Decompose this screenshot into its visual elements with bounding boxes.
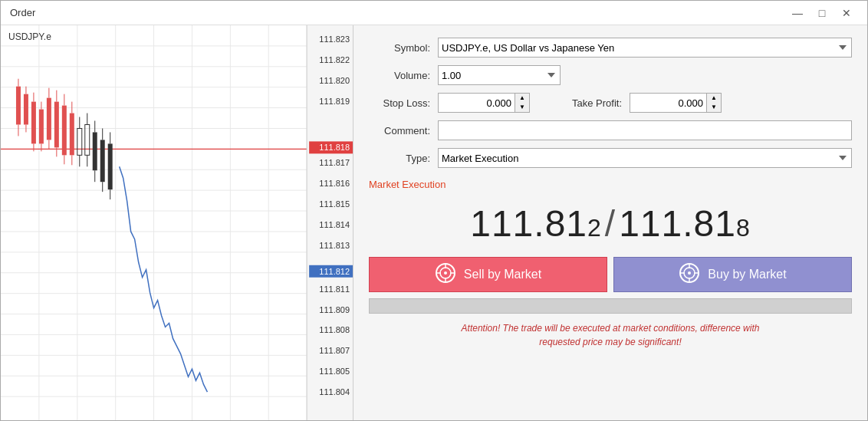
comment-input-container: [438, 120, 852, 140]
attention-italic1: The trade will be executed at market con…: [503, 323, 760, 334]
chart-area: USDJPY.e: [1, 25, 353, 420]
maximize-button[interactable]: □: [810, 5, 833, 21]
sell-button-label: Sell by Market: [464, 268, 541, 281]
svg-rect-34: [31, 102, 36, 144]
svg-rect-43: [54, 102, 59, 148]
stop-loss-spinner-buttons: ▲ ▼: [515, 93, 530, 113]
stop-loss-label: Stop Loss:: [369, 97, 438, 109]
take-profit-spinner: ▲ ▼: [630, 93, 722, 113]
svg-text:111.812: 111.812: [319, 267, 350, 276]
right-panel: Symbol: USDJPY.e, US Dollar vs Japanese …: [353, 25, 867, 420]
take-profit-down-button[interactable]: ▼: [707, 103, 721, 112]
comment-row: Comment:: [369, 120, 852, 140]
main-content: USDJPY.e: [1, 25, 867, 420]
symbol-select-container: USDJPY.e, US Dollar vs Japanese Yen: [438, 38, 852, 58]
stop-take-row: Stop Loss: ▲ ▼ Take Profit: ▲ ▼: [369, 93, 852, 113]
svg-text:111.809: 111.809: [319, 305, 350, 314]
svg-rect-40: [47, 98, 51, 140]
symbol-label: Symbol:: [369, 42, 438, 54]
svg-text:111.819: 111.819: [319, 97, 350, 106]
svg-text:111.808: 111.808: [319, 325, 350, 334]
buy-button-label: Buy by Market: [708, 268, 786, 281]
close-button[interactable]: ✕: [835, 5, 858, 21]
price-separator: /: [605, 202, 616, 245]
svg-rect-37: [39, 110, 44, 144]
ask-price-small: 8: [736, 214, 751, 242]
chart-symbol-label: USDJPY.e: [8, 31, 51, 42]
svg-rect-31: [24, 94, 28, 125]
volume-label: Volume:: [369, 70, 438, 81]
window-controls: — □ ✕: [786, 5, 858, 21]
stop-loss-spinner: ▲ ▼: [438, 93, 530, 113]
svg-text:111.817: 111.817: [319, 158, 350, 167]
svg-text:111.822: 111.822: [319, 55, 350, 64]
attention-text: Attention! The trade will be executed at…: [369, 321, 852, 349]
trade-buttons: Sell by Market Buy: [369, 257, 852, 292]
sell-target-icon: [435, 262, 456, 287]
minimize-button[interactable]: —: [786, 5, 809, 21]
svg-rect-58: [93, 132, 97, 170]
volume-row: Volume: 1.00: [369, 65, 852, 85]
title-bar: Order — □ ✕: [1, 1, 867, 25]
svg-rect-28: [16, 87, 21, 125]
type-row: Type: Market Execution: [369, 148, 852, 168]
svg-text:111.816: 111.816: [319, 179, 350, 188]
svg-text:111.804: 111.804: [319, 387, 350, 396]
chart-svg: 111.823 111.822 111.820 111.819 111.818 …: [1, 25, 353, 420]
svg-text:111.815: 111.815: [319, 199, 350, 209]
order-window: Order — □ ✕ USDJPY.e: [0, 0, 868, 421]
stop-loss-input[interactable]: [438, 93, 515, 113]
take-profit-input[interactable]: [630, 93, 706, 113]
symbol-row: Symbol: USDJPY.e, US Dollar vs Japanese …: [369, 38, 852, 58]
stop-loss-up-button[interactable]: ▲: [515, 94, 529, 103]
bid-price-main: 111.81: [470, 203, 587, 244]
sell-by-market-button[interactable]: Sell by Market: [369, 257, 607, 292]
market-execution-label: Market Execution: [369, 179, 852, 190]
price-display: 111.812 / 111.818: [369, 202, 852, 245]
svg-text:111.818: 111.818: [319, 143, 350, 152]
svg-text:111.811: 111.811: [319, 285, 350, 294]
svg-point-97: [688, 271, 691, 275]
svg-text:111.807: 111.807: [319, 346, 350, 355]
ask-price-main: 111.81: [619, 203, 736, 244]
svg-rect-61: [100, 140, 105, 182]
comment-input[interactable]: [438, 120, 852, 140]
buy-by-market-button[interactable]: Buy by Market: [613, 257, 852, 292]
attention-line1: Attention! The trade will be executed at…: [462, 323, 760, 334]
bid-price-small: 2: [587, 214, 602, 242]
type-select-container: Market Execution: [438, 148, 852, 168]
progress-bar: [369, 298, 852, 314]
svg-point-90: [444, 271, 447, 275]
type-select[interactable]: Market Execution: [438, 148, 852, 168]
svg-rect-64: [108, 143, 113, 189]
volume-select[interactable]: 1.00: [438, 65, 561, 85]
symbol-select[interactable]: USDJPY.e, US Dollar vs Japanese Yen: [438, 38, 852, 58]
svg-text:111.823: 111.823: [319, 35, 350, 44]
bid-price: 111.812: [470, 202, 602, 245]
type-label: Type:: [369, 153, 438, 164]
buy-target-icon: [679, 262, 700, 287]
comment-label: Comment:: [369, 125, 438, 136]
take-profit-label: Take Profit:: [545, 97, 630, 109]
stop-loss-down-button[interactable]: ▼: [515, 103, 529, 112]
attention-italic2: requested price may be significant!: [539, 337, 681, 347]
ask-price: 111.818: [619, 202, 751, 245]
take-profit-up-button[interactable]: ▲: [707, 94, 721, 103]
svg-text:111.820: 111.820: [319, 76, 350, 85]
take-profit-spinner-buttons: ▲ ▼: [706, 93, 722, 113]
svg-rect-49: [70, 113, 74, 156]
svg-text:111.805: 111.805: [319, 367, 350, 376]
svg-rect-46: [62, 106, 67, 156]
svg-text:111.813: 111.813: [319, 241, 350, 250]
svg-text:111.814: 111.814: [319, 220, 350, 229]
window-title: Order: [10, 7, 786, 18]
